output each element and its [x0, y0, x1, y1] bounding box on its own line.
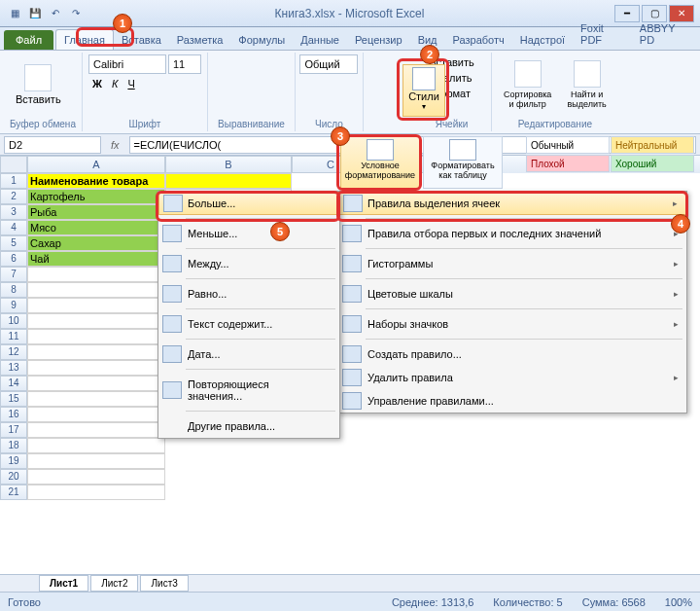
row-header[interactable]: 18	[0, 438, 27, 453]
cond-fmt-icon	[367, 139, 394, 161]
row-header[interactable]: 3	[0, 204, 27, 220]
cell-b1[interactable]	[165, 173, 292, 189]
menu-equal-to[interactable]: Равно...	[158, 282, 339, 306]
row-header[interactable]: 7	[0, 267, 27, 282]
zoom-level[interactable]: 100%	[665, 596, 692, 608]
style-good[interactable]: Хороший	[611, 155, 694, 172]
row-header[interactable]: 5	[0, 235, 27, 251]
group-clipboard: Вставить Буфер обмена	[4, 53, 83, 131]
menu-icon-sets[interactable]: Наборы значков▸	[338, 312, 686, 336]
row-header[interactable]: 19	[0, 453, 27, 469]
greater-icon	[163, 195, 183, 212]
format-as-table-button[interactable]: Форматировать как таблицу	[423, 136, 503, 189]
menu-more-rules[interactable]: Другие правила...	[158, 414, 339, 438]
row-header[interactable]: 9	[0, 298, 27, 313]
menu-text-contains[interactable]: Текст содержит...	[158, 312, 339, 336]
sheet-tab-3[interactable]: Лист3	[140, 575, 188, 592]
menu-data-bars[interactable]: Гистограммы▸	[338, 252, 686, 275]
cell-styles-gallery[interactable]: Обычный Нейтральный Плохой Хороший	[526, 136, 694, 172]
row-header[interactable]: 1	[0, 173, 27, 189]
menu-top-bottom[interactable]: Правила отбора первых и последних значен…	[338, 222, 686, 245]
row-header[interactable]: 6	[0, 251, 27, 267]
cell-a6[interactable]: Чай	[27, 251, 165, 267]
tab-formulas[interactable]: Формулы	[230, 30, 293, 50]
undo-icon[interactable]: ↶	[47, 5, 64, 22]
sort-filter-button[interactable]: Сортировка и фильтр	[498, 58, 557, 111]
tab-foxit[interactable]: Foxit PDF	[573, 18, 632, 50]
row-header[interactable]: 20	[0, 469, 27, 485]
cell-a1[interactable]: Наименование товара	[27, 173, 165, 189]
find-icon	[574, 60, 601, 88]
col-header-b[interactable]: B	[165, 156, 292, 173]
row-header[interactable]: 4	[0, 220, 27, 235]
save-icon[interactable]: 💾	[26, 5, 44, 22]
font-size-combo[interactable]: 11	[168, 54, 201, 74]
row-header[interactable]: 16	[0, 407, 27, 422]
col-header-a[interactable]: A	[27, 156, 165, 173]
tab-layout[interactable]: Разметка	[169, 30, 231, 50]
tab-abbyy[interactable]: ABBYY PD	[632, 18, 696, 50]
sheet-tab-1[interactable]: Лист1	[39, 575, 88, 592]
cells-label: Ячейки	[418, 119, 485, 129]
cell-a2[interactable]: Картофель	[27, 189, 165, 204]
row-header[interactable]: 21	[0, 485, 27, 500]
tab-data[interactable]: Данные	[293, 30, 347, 50]
menu-greater-than[interactable]: Больше...	[158, 192, 339, 215]
tab-home[interactable]: Главная	[55, 29, 114, 50]
row-header[interactable]: 2	[0, 189, 27, 204]
conditional-formatting-button[interactable]: Условное форматирование	[340, 136, 420, 189]
excel-icon[interactable]: ▦	[6, 5, 23, 22]
menu-clear-rules[interactable]: Удалить правила▸	[338, 366, 686, 389]
italic-button[interactable]: К	[108, 76, 122, 91]
tab-insert[interactable]: Вставка	[114, 30, 169, 50]
sheet-tab-2[interactable]: Лист2	[90, 575, 138, 592]
tab-addins[interactable]: Надстрої	[512, 30, 573, 50]
sort-label: Сортировка и фильтр	[504, 90, 551, 109]
font-name-combo[interactable]: Calibri	[88, 54, 166, 74]
menu-color-scales[interactable]: Цветовые шкалы▸	[338, 282, 686, 306]
find-select-button[interactable]: Найти и выделить	[561, 58, 612, 111]
row-header[interactable]: 11	[0, 329, 27, 344]
dup-icon	[162, 381, 182, 399]
number-format-combo[interactable]: Общий	[299, 54, 358, 74]
menu-manage-rules[interactable]: Управление правилами...	[338, 389, 686, 413]
row-header[interactable]: 8	[0, 282, 27, 298]
menu-new-rule[interactable]: Создать правило...	[338, 342, 686, 366]
row-header[interactable]: 14	[0, 376, 27, 391]
menu-between[interactable]: Между...	[158, 252, 339, 275]
underline-button[interactable]: Ч	[123, 76, 138, 91]
select-all-corner[interactable]	[0, 156, 27, 173]
cell-a4[interactable]: Мясо	[27, 220, 165, 235]
row-header[interactable]: 15	[0, 391, 27, 407]
status-count: Количество: 5	[493, 596, 562, 608]
ribbon-tabs: Файл Главная Вставка Разметка Формулы Да…	[0, 27, 700, 51]
fx-icon[interactable]: fx	[105, 139, 125, 151]
cell-a5[interactable]: Сахар	[27, 235, 165, 251]
menu-less-than[interactable]: Меньше...	[158, 222, 339, 245]
file-tab[interactable]: Файл	[4, 30, 53, 50]
tab-developer[interactable]: Разработч	[445, 30, 512, 50]
style-normal[interactable]: Обычный	[526, 136, 610, 154]
styles-button[interactable]: Стили ▾	[402, 64, 445, 117]
sheet-tabs: Лист1 Лист2 Лист3	[0, 574, 700, 592]
window-title: Книга3.xlsx - Microsoft Excel	[85, 7, 614, 20]
row-header[interactable]: 12	[0, 344, 27, 360]
row-header[interactable]: 10	[0, 313, 27, 329]
tab-review[interactable]: Рецензир	[347, 30, 410, 50]
redo-icon[interactable]: ↷	[67, 5, 85, 22]
menu-highlight-rules[interactable]: Правила выделения ячеек▸	[338, 192, 686, 215]
editing-label: Редактирование	[498, 119, 612, 129]
marker-3: 3	[331, 126, 350, 146]
row-header[interactable]: 13	[0, 360, 27, 376]
marker-5: 5	[270, 222, 290, 241]
menu-duplicate-values[interactable]: Повторяющиеся значения...	[158, 373, 339, 408]
cell-a3[interactable]: Рыба	[27, 204, 165, 220]
databars-icon	[342, 255, 362, 272]
row-header[interactable]: 17	[0, 422, 27, 438]
style-neutral[interactable]: Нейтральный	[611, 136, 694, 154]
style-bad[interactable]: Плохой	[526, 155, 610, 172]
menu-date-occurring[interactable]: Дата...	[158, 342, 339, 366]
bold-button[interactable]: Ж	[88, 76, 106, 91]
name-box[interactable]: D2	[4, 136, 101, 154]
paste-button[interactable]: Вставить	[10, 62, 67, 107]
